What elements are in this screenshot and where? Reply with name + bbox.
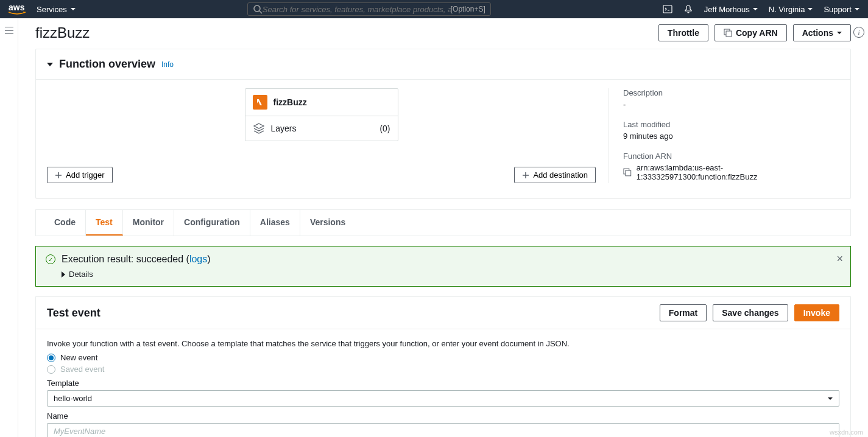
caret-down-icon: [753, 8, 758, 10]
layers-count: (0): [379, 124, 390, 133]
user-name: Jeff Morhous: [704, 5, 750, 14]
add-destination-button[interactable]: Add destination: [514, 167, 596, 183]
copy-icon: [724, 29, 732, 37]
tab-versions[interactable]: Versions: [300, 210, 355, 236]
actions-label: Actions: [802, 28, 833, 38]
modified-label: Last modified: [623, 120, 839, 129]
caret-down-icon: [828, 397, 833, 400]
details-label: Details: [69, 270, 93, 279]
new-event-radio[interactable]: New event: [47, 353, 839, 362]
name-label: Name: [47, 411, 839, 421]
support-label: Support: [824, 5, 852, 14]
side-rail: [0, 18, 18, 437]
throttle-button[interactable]: Throttle: [658, 24, 708, 41]
save-changes-button[interactable]: Save changes: [713, 304, 788, 321]
top-nav: aws Services [Option+S] Jeff Morhous N. …: [0, 0, 868, 18]
services-label: Services: [37, 5, 67, 14]
arn-label: Function ARN: [623, 152, 839, 161]
close-icon[interactable]: ×: [836, 253, 843, 265]
collapse-icon[interactable]: [47, 63, 53, 66]
services-menu[interactable]: Services: [37, 5, 76, 14]
plus-icon: [522, 172, 529, 179]
desc-label: Description: [623, 88, 839, 97]
plus-icon: [55, 172, 62, 179]
modified-value: 9 minutes ago: [623, 131, 839, 141]
copy-icon[interactable]: [623, 168, 632, 177]
saved-event-radio: Saved event: [47, 365, 839, 374]
notifications-icon[interactable]: [683, 4, 693, 14]
arn-value: arn:aws:lambda:us-east-1:333325971300:fu…: [637, 163, 839, 181]
desc-value: -: [623, 100, 839, 109]
region-menu[interactable]: N. Virginia: [769, 5, 813, 14]
caret-down-icon: [808, 8, 813, 10]
aws-swoosh-icon: [9, 12, 26, 15]
svg-rect-2: [663, 5, 672, 13]
help-icon[interactable]: i: [853, 27, 864, 38]
logs-link[interactable]: logs: [189, 254, 207, 264]
overview-title: Function overview: [59, 58, 155, 71]
copy-arn-label: Copy ARN: [736, 28, 778, 38]
caret-down-icon: [837, 32, 842, 34]
add-trigger-label: Add trigger: [66, 170, 105, 180]
copy-arn-button[interactable]: Copy ARN: [715, 24, 787, 41]
svg-rect-4: [726, 31, 732, 37]
radio-icon: [47, 365, 55, 374]
search-shortcut: [Option+S]: [451, 5, 485, 13]
aws-logo-text: aws: [9, 3, 26, 12]
add-trigger-button[interactable]: Add trigger: [47, 167, 113, 183]
test-event-card: Test event Format Save changes Invoke In…: [35, 296, 851, 437]
details-toggle[interactable]: Details: [62, 270, 841, 279]
caret-down-icon: [71, 8, 76, 10]
tab-test[interactable]: Test: [86, 210, 123, 236]
tab-monitor[interactable]: Monitor: [123, 210, 174, 236]
actions-button[interactable]: Actions: [793, 24, 851, 41]
execution-result-alert: × ✓ Execution result: succeeded (logs) D…: [35, 246, 851, 287]
caret-down-icon: [855, 8, 859, 10]
search-box[interactable]: [Option+S]: [247, 2, 491, 16]
svg-line-1: [259, 11, 262, 13]
watermark: wsxdn.com: [830, 428, 863, 436]
page-title: fizzBuzz: [35, 24, 90, 41]
support-menu[interactable]: Support: [824, 5, 859, 14]
format-button[interactable]: Format: [660, 304, 707, 321]
tab-code[interactable]: Code: [44, 210, 86, 236]
aws-logo[interactable]: aws: [9, 3, 26, 15]
radio-icon: [47, 354, 55, 362]
user-menu[interactable]: Jeff Morhous: [704, 5, 758, 14]
template-select[interactable]: hello-world: [47, 390, 839, 407]
function-name: fizzBuzz: [273, 97, 307, 107]
region-name: N. Virginia: [769, 5, 805, 14]
hamburger-icon[interactable]: [5, 27, 13, 34]
alert-text: Execution result: succeeded (: [62, 254, 189, 264]
layers-icon: [253, 122, 265, 135]
alert-text-close: ): [207, 254, 210, 264]
success-icon: ✓: [46, 254, 55, 264]
search-input[interactable]: [263, 5, 451, 14]
info-link[interactable]: Info: [161, 60, 174, 69]
lambda-icon: [253, 95, 267, 110]
template-label: Template: [47, 379, 839, 388]
name-input[interactable]: [47, 423, 839, 437]
function-card[interactable]: fizzBuzz Layers (0): [245, 88, 398, 141]
tab-configuration[interactable]: Configuration: [174, 210, 250, 236]
function-overview-panel: Function overview Info fizzBuzz: [35, 49, 851, 198]
template-value: hello-world: [54, 394, 92, 403]
svg-point-0: [254, 5, 260, 12]
layers-label: Layers: [271, 124, 297, 133]
invoke-button[interactable]: Invoke: [794, 304, 839, 321]
tab-aliases[interactable]: Aliases: [250, 210, 300, 236]
expand-right-icon: [62, 271, 65, 278]
tabs-container: CodeTestMonitorConfigurationAliasesVersi…: [35, 209, 851, 236]
new-event-label: New event: [60, 353, 97, 362]
add-destination-label: Add destination: [533, 170, 588, 180]
layers-row[interactable]: Layers (0): [245, 116, 398, 141]
cloudshell-icon[interactable]: [663, 4, 672, 14]
test-event-title: Test event: [47, 307, 101, 320]
search-icon: [253, 4, 263, 14]
svg-rect-6: [626, 170, 631, 176]
saved-event-label: Saved event: [60, 365, 104, 374]
test-help-text: Invoke your function with a test event. …: [47, 339, 839, 348]
